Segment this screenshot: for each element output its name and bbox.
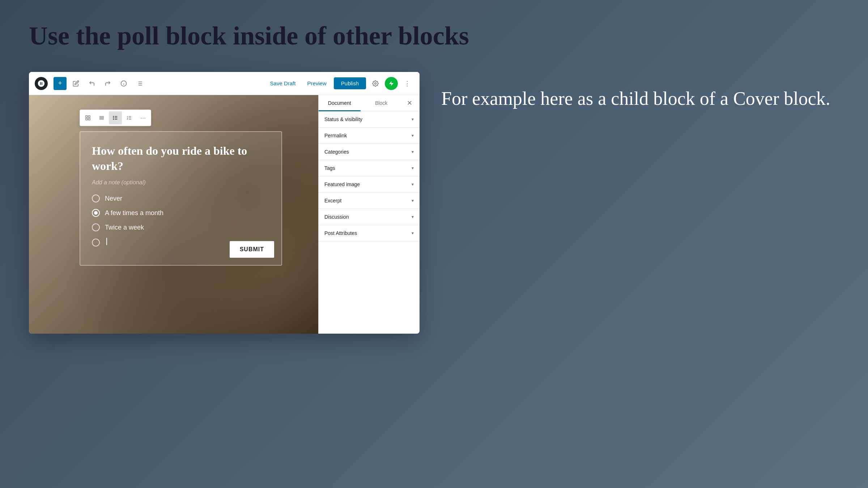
svg-point-24 bbox=[113, 119, 114, 120]
poll-option-label-3: Twice a week bbox=[105, 224, 144, 231]
section-discussion-title: Discussion bbox=[324, 214, 349, 220]
section-status-visibility: Status & visibility ▾ bbox=[319, 111, 420, 128]
section-featured-image-header[interactable]: Featured image ▾ bbox=[319, 176, 420, 192]
chevron-down-icon-6: ▾ bbox=[412, 214, 414, 219]
block-tb-grid-btn[interactable] bbox=[81, 111, 94, 124]
editor-body: ⋯ How often do you ride a bike to work? … bbox=[29, 95, 420, 334]
poll-option-label-4 bbox=[105, 238, 107, 247]
poll-question: How often do you ride a bike to work? bbox=[92, 144, 270, 174]
chevron-down-icon-1: ▾ bbox=[412, 133, 414, 138]
poll-block: How often do you ride a bike to work? Ad… bbox=[80, 131, 282, 266]
list-view-button[interactable] bbox=[133, 77, 146, 90]
block-tb-more-btn[interactable]: ⋯ bbox=[136, 111, 149, 124]
poll-note: Add a note (optional) bbox=[92, 179, 270, 186]
svg-point-22 bbox=[113, 116, 114, 117]
section-tags-title: Tags bbox=[324, 165, 335, 171]
chevron-down-icon-7: ▾ bbox=[412, 231, 414, 236]
svg-rect-12 bbox=[88, 116, 90, 117]
section-discussion: Discussion ▾ bbox=[319, 209, 420, 225]
editor-canvas: ⋯ How often do you ride a bike to work? … bbox=[29, 95, 318, 334]
add-block-button[interactable]: + bbox=[54, 77, 67, 90]
svg-rect-11 bbox=[86, 116, 88, 117]
section-featured-image: Featured image ▾ bbox=[319, 176, 420, 193]
main-content: + bbox=[29, 72, 839, 334]
svg-point-9 bbox=[375, 82, 376, 84]
chevron-down-icon-3: ▾ bbox=[412, 166, 414, 171]
editor-container: + bbox=[29, 72, 420, 334]
poll-cursor bbox=[106, 238, 107, 245]
side-description-area: For example here as a child block of a C… bbox=[441, 72, 839, 111]
poll-radio-1[interactable] bbox=[92, 194, 100, 202]
section-tags-header[interactable]: Tags ▾ bbox=[319, 160, 420, 176]
chevron-down-icon-5: ▾ bbox=[412, 198, 414, 203]
svg-rect-13 bbox=[88, 119, 90, 120]
section-tags: Tags ▾ bbox=[319, 160, 420, 176]
page-title: Use the poll block inside of other block… bbox=[29, 22, 839, 50]
svg-point-23 bbox=[113, 118, 114, 118]
block-toolbar: ⋯ bbox=[80, 110, 151, 126]
chevron-down-icon-2: ▾ bbox=[412, 149, 414, 154]
edit-button[interactable] bbox=[69, 77, 82, 90]
chevron-down-icon-4: ▾ bbox=[412, 182, 414, 187]
sidebar-close-button[interactable]: ✕ bbox=[402, 96, 417, 110]
chevron-down-icon-0: ▾ bbox=[412, 117, 414, 122]
poll-radio-4[interactable] bbox=[92, 239, 100, 247]
preview-button[interactable]: Preview bbox=[303, 77, 331, 89]
section-post-attributes: Post Attributes ▾ bbox=[319, 225, 420, 241]
section-status-visibility-header[interactable]: Status & visibility ▾ bbox=[319, 111, 420, 127]
poll-option-2: A few times a month bbox=[92, 209, 270, 217]
save-draft-button[interactable]: Save Draft bbox=[266, 77, 300, 89]
tab-document[interactable]: Document bbox=[319, 95, 361, 111]
section-categories: Categories ▾ bbox=[319, 144, 420, 160]
section-post-attributes-title: Post Attributes bbox=[324, 230, 357, 236]
section-featured-image-title: Featured image bbox=[324, 181, 360, 187]
info-button[interactable] bbox=[117, 77, 130, 90]
wp-logo bbox=[35, 77, 48, 90]
undo-button[interactable] bbox=[85, 77, 98, 90]
poll-option-label-1: Never bbox=[105, 195, 122, 202]
svg-rect-14 bbox=[86, 119, 88, 120]
section-categories-title: Categories bbox=[324, 149, 349, 155]
jetpack-button[interactable] bbox=[385, 77, 398, 90]
more-options-button[interactable]: ⋮ bbox=[401, 77, 414, 90]
section-discussion-header[interactable]: Discussion ▾ bbox=[319, 209, 420, 225]
sidebar-tabs: Document Block ✕ bbox=[319, 95, 420, 111]
redo-button[interactable] bbox=[101, 77, 114, 90]
editor-sidebar: Document Block ✕ Status & visibility ▾ P… bbox=[318, 95, 420, 334]
svg-marker-10 bbox=[389, 81, 393, 86]
poll-option-1: Never bbox=[92, 194, 270, 202]
section-excerpt: Excerpt ▾ bbox=[319, 193, 420, 209]
section-post-attributes-header[interactable]: Post Attributes ▾ bbox=[319, 225, 420, 241]
publish-button[interactable]: Publish bbox=[334, 77, 366, 89]
section-permalink: Permalink ▾ bbox=[319, 128, 420, 144]
poll-option-3: Twice a week bbox=[92, 223, 270, 231]
section-excerpt-header[interactable]: Excerpt ▾ bbox=[319, 193, 420, 209]
poll-radio-2[interactable] bbox=[92, 209, 100, 217]
block-tb-ordered-btn[interactable] bbox=[123, 111, 136, 124]
cover-background: ⋯ How often do you ride a bike to work? … bbox=[29, 95, 318, 334]
section-excerpt-title: Excerpt bbox=[324, 198, 341, 204]
settings-button[interactable] bbox=[369, 77, 382, 90]
section-permalink-title: Permalink bbox=[324, 133, 347, 138]
block-tb-align-btn[interactable] bbox=[95, 111, 108, 124]
poll-option-label-2: A few times a month bbox=[105, 209, 163, 217]
section-permalink-header[interactable]: Permalink ▾ bbox=[319, 128, 420, 144]
section-status-visibility-title: Status & visibility bbox=[324, 116, 362, 122]
block-tb-list-btn[interactable] bbox=[109, 111, 122, 124]
tab-block[interactable]: Block bbox=[361, 95, 403, 111]
poll-submit-button[interactable]: SUBMIT bbox=[230, 241, 274, 258]
poll-radio-3[interactable] bbox=[92, 223, 100, 231]
section-categories-header[interactable]: Categories ▾ bbox=[319, 144, 420, 160]
side-description: For example here as a child block of a C… bbox=[441, 86, 839, 111]
editor-toolbar: + bbox=[29, 72, 420, 95]
